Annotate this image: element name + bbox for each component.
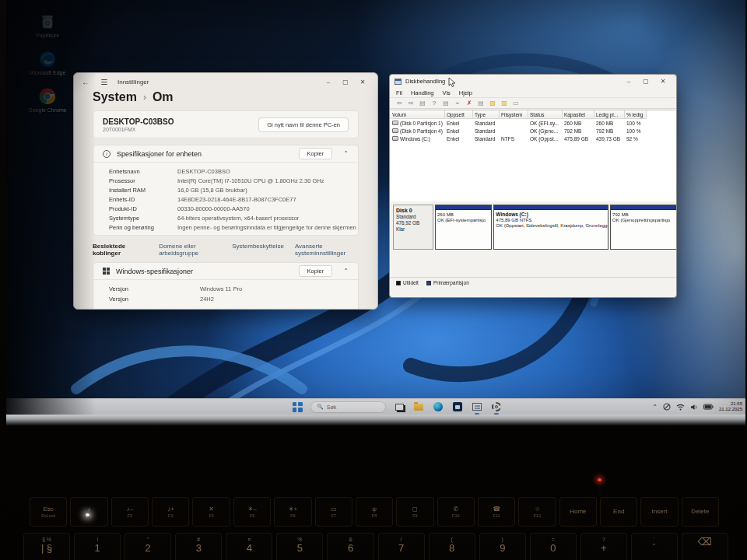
mark-active-icon[interactable]: ▤ [476, 99, 486, 108]
column-header[interactable]: Status [528, 110, 563, 119]
task-view-icon[interactable] [393, 401, 405, 413]
column-header[interactable]: Kapasitet [563, 110, 594, 119]
disk-status: Klar [396, 226, 430, 232]
column-header[interactable]: Oppsett [445, 110, 473, 119]
volume-row[interactable]: Windows (C:) Enkel Standard NTFS OK (Opp… [391, 135, 675, 142]
key-f4-mic-mute: ✕ F4 [192, 497, 230, 527]
console-tree-icon[interactable]: ▤ [418, 99, 427, 108]
device-specs-header[interactable]: i Spesifikasjoner for enheten Kopier ⌃ [93, 145, 358, 163]
function-key-row: Esc FnLock ♪ F1 ♪– F2 ♪+ F3 [30, 497, 719, 527]
hamburger-menu-icon[interactable]: ☰ [99, 78, 110, 86]
column-header[interactable]: % ledig [625, 110, 647, 119]
column-header[interactable]: Ledig pl... [594, 110, 625, 119]
rename-pc-button[interactable]: Gi nytt navn til denne PC-en [258, 117, 349, 132]
file-explorer-icon[interactable] [412, 401, 425, 413]
close-button[interactable]: ✕ [354, 75, 371, 89]
disk0-graphic: Disk 0 Standard 476,92 GB Klar 260 MB OK… [393, 205, 673, 250]
menu-vis[interactable]: Vis [443, 89, 451, 96]
key-f9-notifications: ◻ F9 [396, 497, 433, 527]
clock-time: 21:55 [719, 401, 742, 407]
copy-specs-button[interactable]: Kopier [299, 148, 333, 159]
volume-list-rows: (Disk 0 Partisjon 1) Enkel Standard OK (… [391, 119, 675, 142]
partition-title: Windows (C:) [494, 210, 608, 217]
back-icon[interactable]: ⇦ [395, 99, 404, 108]
link-advanced-system-settings[interactable]: Avanserte systeminnstillinger [295, 243, 359, 257]
type-cell: Standard [473, 127, 500, 135]
volume-row[interactable]: (Disk 0 Partisjon 4) Enkel Standard OK (… [391, 127, 675, 135]
minimize-button[interactable]: – [320, 75, 337, 89]
related-links: Beslektede koblinger Domene eller arbeid… [74, 236, 377, 262]
key-insert: Insert [640, 497, 678, 527]
disk-type: Standard [396, 214, 430, 219]
device-specs-title: Spesifikasjoner for enheten [117, 150, 202, 158]
column-header[interactable]: Volum [391, 110, 445, 119]
volume-name-cell: Windows (C:) [391, 135, 445, 142]
minimize-button[interactable]: – [620, 75, 637, 89]
partition-status: OK (Gjenopprettingspartisjo [611, 217, 677, 222]
partition-efi[interactable]: 260 MB OK (EFI-systempartisjo [435, 205, 492, 250]
onedrive-icon[interactable] [663, 403, 671, 411]
spec-row: Installert RAM 16,0 GB (15,8 GB brukbar) [93, 185, 358, 194]
desktop-icons: ♻ Papirkurv Microsoft Edge Google Chrome [25, 12, 72, 124]
capacity-cell: 475,89 GB [563, 135, 594, 142]
link-system-protection[interactable]: Systembeskyttelse [232, 243, 284, 257]
system-tray: ⌃ 21:55 21.12.2025 [652, 401, 742, 412]
key-f6-brightness-up: ☀+ F6 [274, 497, 311, 527]
chevron-up-icon[interactable]: ⌃ [343, 150, 349, 157]
key-f5-brightness-down: ☀– F5 [233, 497, 271, 527]
disk0-label-panel[interactable]: Disk 0 Standard 476,92 GB Klar [393, 205, 433, 250]
open-folder-icon[interactable]: ▨ [488, 99, 497, 108]
menu-fil[interactable]: Fil [396, 89, 402, 96]
disk-management-icon[interactable] [471, 401, 483, 413]
wifi-icon[interactable] [676, 404, 685, 411]
free-space-cell: 792 MB [594, 127, 625, 135]
spec-label: Enhetsnavn [109, 168, 177, 175]
search-input[interactable] [327, 404, 381, 410]
volume-icon[interactable] [690, 404, 698, 411]
close-button[interactable]: ✕ [654, 75, 672, 89]
column-header[interactable]: Type [473, 110, 500, 119]
help-icon[interactable]: ? [430, 99, 439, 108]
back-icon[interactable]: ← [80, 78, 91, 86]
battery-icon[interactable] [703, 404, 714, 410]
windows-specs-header[interactable]: Windows-spesifikasjoner Kopier ⌃ [93, 263, 358, 280]
explore-folder-icon[interactable]: ▨ [500, 99, 509, 108]
keyboard-key: ¤ 4 [226, 533, 272, 560]
recycle-bin-icon[interactable]: ♻ Papirkurv [25, 12, 70, 39]
chrome-glyph [38, 87, 57, 106]
properties-icon[interactable]: ▤ [441, 99, 451, 108]
spec-value: DESKTOP-C03BSO [177, 168, 230, 175]
edge-icon[interactable] [432, 401, 444, 413]
copy-windows-specs-button[interactable]: Kopier [299, 265, 333, 277]
spec-value: 64-biters operativsystem, x64-basert pro… [177, 215, 299, 222]
partition-windows-c[interactable]: Windows (C:) 475,89 GB NTFS OK (Oppstart… [493, 205, 608, 250]
chevron-up-icon[interactable]: ⌃ [343, 268, 349, 275]
link-domain-or-workgroup[interactable]: Domene eller arbeidsgruppe [159, 243, 221, 257]
edge-shortcut-icon[interactable]: Microsoft Edge [25, 50, 70, 76]
windows-specs-list: Versjon Windows 11 Pro Versjon 24H2 [93, 280, 358, 310]
column-header[interactable]: Filsystem [500, 110, 528, 119]
wizard-icon[interactable]: ⌁ [453, 99, 462, 108]
maximize-button[interactable]: ▢ [337, 75, 354, 89]
menu-handling[interactable]: Handling [411, 89, 434, 96]
device-specs-card: i Spesifikasjoner for enheten Kopier ⌃ E… [93, 145, 359, 236]
chrome-shortcut-icon[interactable]: Google Chrome [25, 87, 70, 114]
start-icon[interactable] [291, 401, 303, 413]
clock-date: 21.12.2025 [719, 407, 742, 412]
delete-volume-icon[interactable]: ✗ [465, 99, 474, 108]
status-cell: OK (Oppst... [528, 135, 563, 142]
menu-hjelp[interactable]: Hjelp [459, 89, 472, 96]
laptop-keyboard: Esc FnLock ♪ F1 ♪– F2 ♪+ F3 [0, 425, 747, 560]
taskbar-clock[interactable]: 21:55 21.12.2025 [719, 401, 742, 412]
hidden-icons-chevron[interactable]: ⌃ [652, 404, 658, 411]
settings-gear-icon[interactable] [490, 401, 503, 413]
keyboard-key: " 2 [124, 533, 171, 560]
volume-row[interactable]: (Disk 0 Partisjon 1) Enkel Standard OK (… [391, 119, 675, 127]
search-box[interactable]: 🔍 [310, 401, 386, 413]
maximize-button[interactable]: ▢ [637, 75, 654, 89]
partition-recovery[interactable]: 792 MB OK (Gjenopprettingspartisjo [610, 205, 677, 250]
forward-icon[interactable]: ⇨ [406, 99, 416, 108]
store-icon[interactable] [451, 401, 464, 413]
breadcrumb-section[interactable]: System [93, 90, 137, 104]
window-view-icon[interactable]: ▭ [511, 99, 521, 108]
